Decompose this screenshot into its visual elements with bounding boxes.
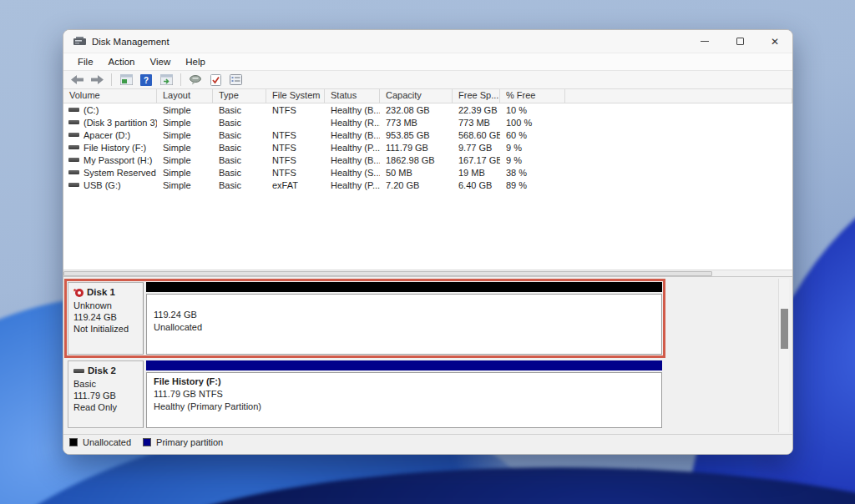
disk-management-window: Disk Management ✕ File Action View Help	[63, 29, 793, 455]
menu-action[interactable]: Action	[101, 55, 143, 68]
column-header-volume[interactable]: Volume	[63, 89, 157, 103]
menu-view[interactable]: View	[143, 55, 179, 68]
legend-primary-partition: Primary partition	[143, 437, 223, 447]
column-header-spacer	[565, 89, 792, 103]
volume-row-my-passport-h[interactable]: My Passport (H:) Simple Basic NTFS Healt…	[63, 154, 792, 166]
disk1-size: 119.24 GB	[73, 311, 139, 323]
properties-icon	[230, 74, 242, 85]
volume-row-disk3-partition3[interactable]: (Disk 3 partition 3) Simple Basic Health…	[63, 116, 792, 129]
console-window-button[interactable]	[118, 73, 134, 88]
show-console-tree-button[interactable]	[158, 73, 175, 88]
vertical-scrollbar-thumb[interactable]	[781, 309, 788, 349]
volume-icon	[68, 120, 79, 124]
forward-button[interactable]	[89, 73, 105, 88]
volume-row-file-history-f[interactable]: File History (F:) Simple Basic NTFS Heal…	[63, 141, 792, 154]
desktop-wallpaper: Disk Management ✕ File Action View Help	[0, 0, 855, 504]
back-button[interactable]	[68, 73, 85, 88]
column-header-capacity[interactable]: Capacity	[380, 89, 453, 103]
forward-icon	[91, 75, 104, 84]
disk1-label[interactable]: * Disk 1 Unknown 119.24 GB Not Initializ…	[68, 282, 144, 355]
menu-file[interactable]: File	[70, 55, 101, 68]
column-header-file-system[interactable]: File System	[266, 89, 325, 103]
horizontal-scrollbar[interactable]	[63, 270, 792, 276]
help-icon: ?	[140, 74, 152, 86]
window-bottom-strip	[63, 450, 792, 455]
title-bar[interactable]: Disk Management ✕	[63, 30, 792, 53]
help-button[interactable]: ?	[138, 73, 154, 88]
properties-button[interactable]	[227, 73, 244, 88]
menu-bar: File Action View Help	[63, 53, 792, 70]
minimize-button[interactable]	[687, 30, 722, 53]
column-header-free-space[interactable]: Free Sp...	[453, 89, 500, 103]
disk1-graph: 119.24 GB Unallocated	[146, 282, 662, 355]
volume-icon	[68, 108, 79, 112]
maximize-icon	[736, 38, 744, 45]
volume-row-c[interactable]: (C:) Simple Basic NTFS Healthy (B... 232…	[63, 103, 792, 116]
volume-icon	[68, 133, 79, 137]
disk2-graph: File History (F:) 111.79 GB NTFS Healthy…	[146, 360, 662, 428]
volume-row-usb-g[interactable]: USB (G:) Simple Basic exFAT Healthy (P..…	[63, 179, 792, 191]
toolbar: ?	[63, 70, 792, 89]
volume-icon	[68, 145, 79, 149]
check-document-icon	[210, 74, 221, 86]
close-icon: ✕	[771, 37, 779, 47]
volume-list-header: Volume Layout Type File System Status Ca…	[63, 89, 792, 103]
popup-window-icon	[190, 75, 202, 85]
volume-icon	[68, 170, 79, 174]
toolbar-separator	[111, 73, 112, 86]
legend-bar: Unallocated Primary partition	[63, 434, 792, 450]
column-header-layout[interactable]: Layout	[157, 89, 213, 103]
svg-text:?: ?	[144, 76, 149, 85]
disk-icon	[73, 369, 84, 373]
unallocated-swatch-icon	[69, 438, 78, 446]
disk1-state: Not Initialized	[73, 323, 139, 335]
column-header-pct-free[interactable]: % Free	[500, 89, 565, 103]
menu-help[interactable]: Help	[178, 55, 213, 68]
disk2-state: Read Only	[73, 401, 139, 413]
disk2-size: 111.79 GB	[73, 390, 139, 401]
close-button[interactable]: ✕	[757, 30, 792, 53]
window-title: Disk Management	[92, 37, 169, 47]
maximize-button[interactable]	[722, 30, 757, 53]
disk1-row[interactable]: * Disk 1 Unknown 119.24 GB Not Initializ…	[68, 282, 662, 355]
volume-row-system-reserved[interactable]: System Reserved Simple Basic NTFS Health…	[63, 166, 792, 179]
disk2-label[interactable]: Disk 2 Basic 111.79 GB Read Only	[68, 360, 144, 428]
horizontal-scrollbar-thumb[interactable]	[63, 271, 712, 276]
disk1-kind: Unknown	[73, 300, 139, 311]
toolbar-separator	[180, 73, 181, 86]
disk1-unallocated-banner	[146, 282, 662, 292]
disk2-row[interactable]: Disk 2 Basic 111.79 GB Read Only File Hi…	[68, 360, 662, 428]
volume-list-body: (C:) Simple Basic NTFS Healthy (B... 232…	[63, 103, 792, 270]
column-header-type[interactable]: Type	[213, 89, 266, 103]
volume-list-pane: Volume Layout Type File System Status Ca…	[63, 89, 792, 277]
console-window-icon	[120, 74, 133, 85]
minimize-icon	[701, 41, 709, 42]
back-icon	[71, 75, 83, 84]
volume-icon	[68, 158, 79, 162]
volume-row-apacer-d[interactable]: Apacer (D:) Simple Basic NTFS Healthy (B…	[63, 129, 792, 141]
disk2-file-history-partition[interactable]: File History (F:) 111.79 GB NTFS Healthy…	[146, 372, 662, 428]
disk-not-initialized-icon: *	[73, 287, 83, 297]
check-document-button[interactable]	[207, 73, 224, 88]
show-console-tree-icon	[160, 74, 173, 85]
disk-management-app-icon	[73, 37, 86, 47]
disk2-primary-partition-banner	[146, 360, 662, 370]
vertical-scrollbar[interactable]	[778, 279, 789, 432]
column-header-status[interactable]: Status	[325, 89, 380, 103]
disk2-kind: Basic	[73, 378, 139, 390]
primary-partition-swatch-icon	[143, 438, 151, 446]
volume-icon	[68, 183, 79, 187]
disk1-unallocated-partition[interactable]: 119.24 GB Unallocated	[146, 294, 662, 355]
disk-graphical-pane: * Disk 1 Unknown 119.24 GB Not Initializ…	[63, 277, 792, 434]
legend-unallocated: Unallocated	[69, 437, 131, 447]
popup-window-button[interactable]	[187, 73, 204, 88]
